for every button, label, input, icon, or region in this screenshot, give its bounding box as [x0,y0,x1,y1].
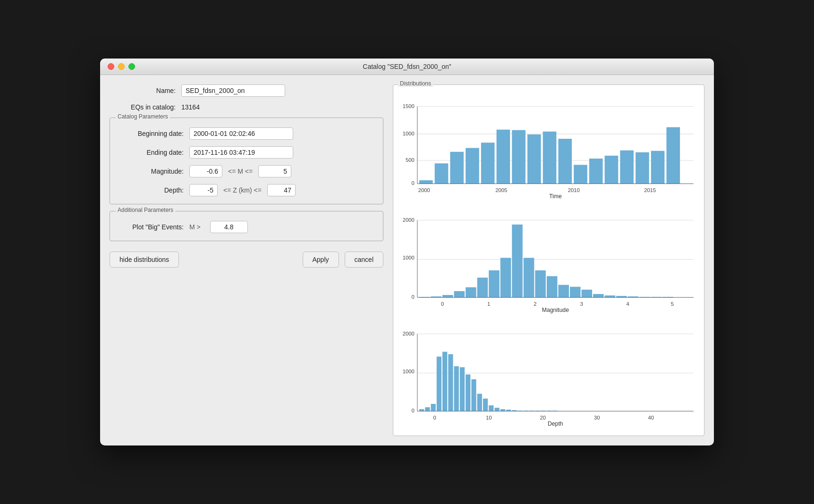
svg-text:1500: 1500 [403,103,415,109]
svg-text:20: 20 [540,415,546,420]
svg-rect-20 [605,156,619,184]
magnitude-max-input[interactable] [258,165,291,177]
depth-lte-label: <= Z (km) <= [223,186,262,194]
svg-rect-8 [419,180,433,184]
name-label: Name: [110,87,176,94]
window-title: Catalog "SED_fdsn_2000_on" [100,63,714,70]
magnitude-min-input[interactable] [189,165,222,177]
depth-min-input[interactable] [189,184,218,196]
svg-text:0: 0 [411,294,414,300]
charts-container: 1500 1000 500 0 [399,91,698,430]
svg-rect-47 [524,258,534,297]
svg-rect-88 [494,408,499,411]
additional-params-label: Additional Parameters [116,207,175,213]
svg-rect-77 [431,404,435,411]
svg-text:0: 0 [433,415,436,420]
svg-text:Time: Time [549,193,562,200]
svg-rect-89 [500,409,505,411]
distributions-panel: Distributions 1500 1000 500 0 [393,84,704,436]
apply-button[interactable]: Apply [303,252,339,268]
title-bar: Catalog "SED_fdsn_2000_on" [100,59,714,75]
magnitude-label: Magnitude: [118,168,184,175]
depth-max-input[interactable] [267,184,296,196]
svg-rect-45 [500,258,511,297]
catalog-params-group: Catalog Parameters Beginning date: Endin… [110,118,383,204]
svg-rect-9 [435,163,449,184]
svg-rect-86 [483,399,488,412]
window-content: Name: EQs in catalog: 13164 Catalog Para… [100,75,714,445]
hide-distributions-button[interactable]: hide distributions [110,252,179,268]
magnitude-lte-label: <= M <= [228,168,253,175]
name-row: Name: [110,84,383,97]
svg-rect-81 [454,366,459,411]
svg-text:Depth: Depth [548,420,563,427]
svg-rect-41 [454,291,465,297]
svg-text:2000: 2000 [418,187,430,193]
svg-rect-16 [543,132,557,184]
svg-text:2000: 2000 [403,331,415,336]
ending-date-input[interactable] [189,146,293,159]
svg-rect-79 [442,352,447,411]
svg-rect-48 [535,270,545,297]
svg-rect-53 [593,294,603,297]
svg-rect-76 [425,407,430,411]
svg-text:0: 0 [441,301,444,307]
eqs-count: 13164 [181,103,200,111]
svg-rect-49 [547,276,557,297]
depth-row: Depth: <= Z (km) <= [118,184,375,196]
svg-rect-75 [419,409,424,411]
svg-rect-85 [477,394,482,411]
eqs-row: EQs in catalog: 13164 [110,103,383,111]
cancel-button[interactable]: cancel [345,252,383,268]
name-input[interactable] [181,84,285,97]
svg-rect-42 [466,287,476,297]
beginning-date-row: Beginning date: [118,127,375,140]
svg-rect-23 [651,151,665,184]
m-greater-label: M > [189,223,201,231]
svg-rect-15 [527,134,541,184]
eqs-label: EQs in catalog: [110,103,176,111]
svg-rect-17 [558,139,572,184]
time-chart: 1500 1000 500 0 [399,92,698,202]
svg-text:3: 3 [580,301,583,307]
svg-rect-54 [605,295,615,297]
svg-text:0: 0 [411,180,414,186]
svg-text:40: 40 [648,415,654,420]
svg-text:1000: 1000 [403,131,415,136]
maximize-button[interactable] [128,63,135,70]
svg-text:1: 1 [487,301,490,307]
ending-date-label: Ending date: [118,149,184,156]
close-button[interactable] [108,63,114,70]
plot-big-label: Plot "Big" Events: [118,223,184,231]
svg-text:0: 0 [411,408,414,413]
svg-rect-10 [450,152,464,184]
svg-rect-83 [466,374,470,411]
left-panel: Name: EQs in catalog: 13164 Catalog Para… [110,84,383,436]
svg-rect-14 [512,130,526,184]
svg-rect-82 [460,367,465,411]
beginning-date-label: Beginning date: [118,130,184,137]
svg-rect-87 [489,405,493,411]
traffic-lights [108,63,135,70]
svg-rect-40 [442,295,453,297]
svg-text:2015: 2015 [644,187,656,193]
svg-rect-84 [471,379,476,411]
svg-rect-22 [636,152,649,184]
svg-rect-24 [667,127,680,184]
depth-chart: 2000 1000 0 [399,320,698,430]
time-chart-wrapper: 1500 1000 500 0 [399,92,698,202]
svg-rect-46 [512,225,522,297]
minimize-button[interactable] [118,63,125,70]
svg-text:2010: 2010 [568,187,580,193]
svg-rect-19 [589,159,603,184]
svg-text:Magnitude: Magnitude [542,307,569,313]
svg-text:2: 2 [534,301,536,307]
big-events-input[interactable] [210,221,248,233]
button-row: hide distributions Apply cancel [110,252,383,268]
beginning-date-input[interactable] [189,127,293,140]
depth-label: Depth: [118,186,184,194]
svg-rect-52 [582,290,592,297]
svg-rect-11 [466,148,479,184]
svg-text:5: 5 [671,301,674,307]
svg-rect-78 [437,357,441,412]
